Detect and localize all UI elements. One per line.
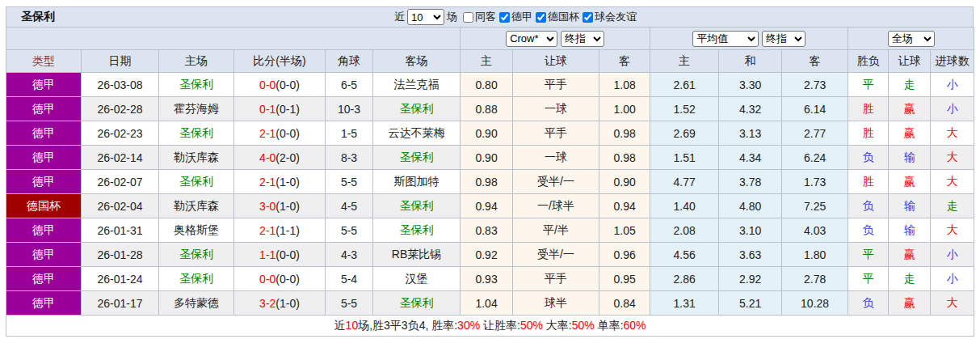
avg-draw-cell: 3.10 xyxy=(719,218,782,243)
league-badge: 德甲 xyxy=(6,267,82,291)
summary-segment: 60% xyxy=(624,319,646,332)
recent-count-select[interactable]: 10 xyxy=(407,9,444,25)
avg-home-cell: 2.08 xyxy=(650,218,719,243)
odds-home-cell: 0.83 xyxy=(461,218,513,243)
col-corner: 角球 xyxy=(326,50,373,73)
average-select[interactable]: 平均值 xyxy=(692,31,759,47)
table-row: 德甲 26-03-08 圣保利 0-0(0-0) 6-5 法兰克福 0.80 平… xyxy=(6,73,974,97)
titlebar: 圣保利 近 10 场 同客德甲德国杯球会友谊 xyxy=(6,6,974,27)
result-cell: 平 xyxy=(848,267,889,291)
result-cell: 胜 xyxy=(848,170,889,194)
col-handicap-result: 让球 xyxy=(889,50,931,73)
home-team-cell: 圣保利 xyxy=(159,170,234,194)
halftime-score: (1-0) xyxy=(275,200,300,213)
odds-away-cell: 1.08 xyxy=(599,73,650,97)
home-team-cell: 勒沃库森 xyxy=(159,146,234,170)
filter-club-friendly-checkbox[interactable] xyxy=(583,12,593,23)
avg-home-cell: 2.86 xyxy=(650,267,719,291)
fulltime-score: 0-1 xyxy=(259,103,275,116)
avg-home-cell: 2.61 xyxy=(650,73,719,97)
odds-company-select[interactable]: Crow* xyxy=(506,31,557,47)
handicap-result-cell: 赢 xyxy=(889,121,931,146)
avg-home-cell: 1.31 xyxy=(650,291,719,316)
score-cell: 2-1(0-0) xyxy=(234,121,326,146)
odds-away-cell: 0.98 xyxy=(599,146,650,170)
summary-footer: 近10场,胜3平3负4, 胜率:30% 让胜率:50% 大率:50% 单率:60… xyxy=(6,316,974,337)
avg-home-cell: 4.77 xyxy=(650,170,719,194)
col-type: 类型 xyxy=(6,50,82,73)
score-cell: 3-0(1-0) xyxy=(234,194,326,218)
table-row: 德国杯 26-02-04 勒沃库森 3-0(1-0) 4-5 圣保利 0.94 … xyxy=(6,194,974,218)
odds-handicap-cell: 一球 xyxy=(513,97,599,121)
result-cell: 负 xyxy=(848,194,889,218)
summary-segment: 单率: xyxy=(595,319,624,332)
date-cell: 26-02-04 xyxy=(82,194,159,218)
goals-result-cell: 大 xyxy=(931,121,974,146)
home-team-cell: 圣保利 xyxy=(159,243,234,267)
odds-home-cell: 1.04 xyxy=(461,291,513,316)
score-cell: 0-1(0-1) xyxy=(234,97,326,121)
corner-cell: 5-5 xyxy=(326,218,373,243)
col-avg-home: 主 xyxy=(650,50,719,73)
filter-same-away-checkbox[interactable] xyxy=(463,12,473,23)
col-goals: 进球数 xyxy=(931,50,974,73)
date-cell: 26-01-17 xyxy=(82,291,159,316)
avg-home-cell: 1.52 xyxy=(650,97,719,121)
filter-same-away-label: 同客 xyxy=(475,10,496,24)
goals-result-cell: 小 xyxy=(931,97,974,121)
halftime-score: (1-1) xyxy=(275,224,300,237)
fulltime-score: 3-2 xyxy=(259,297,275,310)
avg-draw-cell: 4.32 xyxy=(719,97,782,121)
summary-segment: 让胜率: xyxy=(480,319,520,332)
corner-cell: 8-3 xyxy=(326,146,373,170)
fulltime-score: 2-1 xyxy=(259,176,275,189)
odds-away-cell: 0.90 xyxy=(599,170,650,194)
result-cell: 负 xyxy=(848,146,889,170)
avg-home-cell: 2.69 xyxy=(650,121,719,146)
table-row: 德甲 26-01-17 多特蒙德 3-2(1-0) 5-5 圣保利 1.04 球… xyxy=(6,291,974,316)
filter-german-cup[interactable]: 德国杯 xyxy=(532,10,579,24)
halftime-score: (1-0) xyxy=(275,176,300,189)
filter-german-cup-checkbox[interactable] xyxy=(536,12,546,23)
avg-away-cell: 2.78 xyxy=(782,267,848,291)
col-result: 胜负 xyxy=(848,50,889,73)
select-header-row: Crow* 终指 平均值 终指 全场 xyxy=(6,28,974,50)
average-final-select[interactable]: 终指 xyxy=(762,31,805,47)
date-cell: 26-01-24 xyxy=(82,267,159,291)
avg-away-cell: 6.24 xyxy=(782,146,848,170)
home-team-cell: 多特蒙德 xyxy=(159,291,234,316)
col-odds-away: 客 xyxy=(599,50,650,73)
home-team-cell: 勒沃库森 xyxy=(159,194,234,218)
avg-draw-cell: 3.78 xyxy=(719,170,782,194)
summary-row: 近10场,胜3平3负4, 胜率:30% 让胜率:50% 大率:50% 单率:60… xyxy=(6,316,974,337)
result-cell: 胜 xyxy=(848,97,889,121)
away-team-cell: 法兰克福 xyxy=(373,73,461,97)
filter-same-away[interactable]: 同客 xyxy=(460,10,496,24)
score-cell: 4-0(2-0) xyxy=(234,146,326,170)
avg-draw-cell: 3.13 xyxy=(719,121,782,146)
col-score: 比分(半场) xyxy=(234,50,326,73)
away-team-cell: 圣保利 xyxy=(373,97,461,121)
table-row: 德甲 26-01-24 圣保利 0-0(0-0) 5-4 汉堡 0.93 平手 … xyxy=(6,267,974,291)
summary-segment: 50% xyxy=(520,319,543,332)
avg-away-cell: 2.73 xyxy=(782,73,848,97)
halftime-score: (2-0) xyxy=(275,151,300,164)
col-away: 客场 xyxy=(373,50,461,73)
avg-away-cell: 2.77 xyxy=(782,121,848,146)
avg-draw-cell: 5.21 xyxy=(719,291,782,316)
goals-result-cell: 小 xyxy=(931,73,974,97)
filter-bundesliga-checkbox[interactable] xyxy=(499,12,510,23)
match-table: Crow* 终指 平均值 终指 全场 xyxy=(6,27,974,337)
odds-home-cell: 0.93 xyxy=(461,267,513,291)
goals-result-cell: 走 xyxy=(931,194,974,218)
date-cell: 26-01-28 xyxy=(82,243,159,267)
league-badge: 德甲 xyxy=(6,73,82,97)
col-home: 主场 xyxy=(159,50,234,73)
away-team-cell: RB莱比锡 xyxy=(373,243,461,267)
avg-draw-cell: 2.92 xyxy=(719,267,782,291)
odds-final-select[interactable]: 终指 xyxy=(561,31,604,47)
filter-club-friendly[interactable]: 球会友谊 xyxy=(579,10,637,24)
filter-bundesliga[interactable]: 德甲 xyxy=(496,10,532,24)
scope-select[interactable]: 全场 xyxy=(888,31,935,47)
odds-home-cell: 0.90 xyxy=(461,121,513,146)
